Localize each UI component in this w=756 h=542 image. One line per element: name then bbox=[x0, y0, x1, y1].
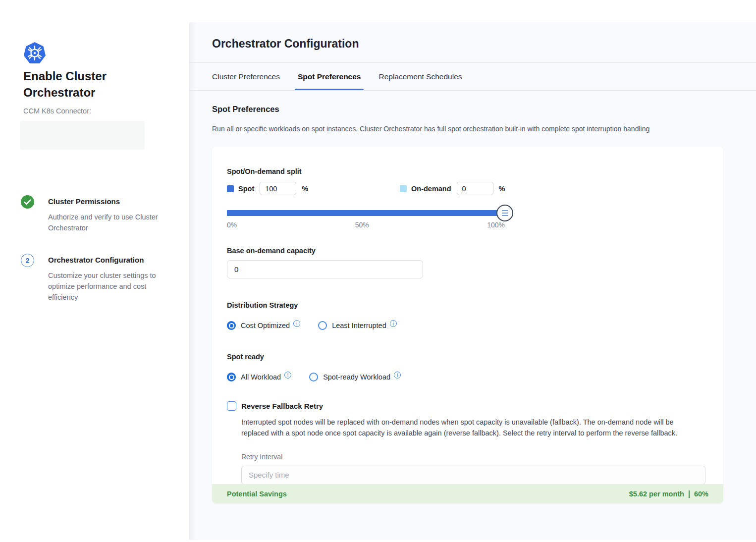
split-legend-row: Spot % On-demand % bbox=[227, 182, 708, 195]
tab-bar: Cluster Preferences Spot Preferences Rep… bbox=[189, 63, 756, 90]
spot-label: Spot bbox=[238, 185, 254, 193]
orchestrator-configuration-panel: Orchestrator Configuration Cluster Prefe… bbox=[189, 22, 756, 540]
percent-sign: % bbox=[499, 185, 505, 193]
potential-savings-value: $5.62 per month60% bbox=[629, 490, 708, 498]
section-title: Spot Preferences bbox=[212, 105, 756, 114]
radio-unselected-icon[interactable] bbox=[318, 321, 327, 330]
connector-label: CCM K8s Connector: bbox=[23, 107, 91, 115]
scale-0: 0% bbox=[227, 221, 237, 229]
spot-swatch-icon bbox=[227, 185, 234, 192]
slider-track[interactable] bbox=[227, 210, 505, 216]
reverse-fallback-row: Reverse Fallback Retry bbox=[227, 401, 708, 411]
base-capacity-input[interactable] bbox=[227, 260, 423, 278]
connector-value-chip bbox=[20, 121, 145, 150]
distribution-strategy-options: Cost Optimized i Least Interrupted i bbox=[227, 321, 708, 330]
spot-percent-input[interactable] bbox=[260, 182, 296, 195]
step-title: Cluster Permissions bbox=[48, 197, 120, 206]
radio-spot-ready-workload[interactable]: Spot-ready Workload i bbox=[309, 373, 401, 381]
radio-all-workload[interactable]: All Workload i bbox=[227, 373, 291, 381]
split-slider[interactable]: 0% 50% 100% bbox=[227, 210, 505, 229]
radio-unselected-icon[interactable] bbox=[309, 373, 318, 381]
potential-savings-label: Potential Savings bbox=[227, 490, 287, 498]
ondemand-swatch-icon bbox=[400, 185, 407, 192]
info-icon[interactable]: i bbox=[293, 320, 300, 327]
slider-handle-icon[interactable] bbox=[496, 205, 513, 221]
info-icon[interactable]: i bbox=[390, 320, 397, 327]
step-description: Customize your cluster settings to optim… bbox=[48, 271, 160, 303]
percent-sign: % bbox=[302, 185, 308, 193]
spot-ready-options: All Workload i Spot-ready Workload i bbox=[227, 373, 708, 381]
reverse-fallback-checkbox[interactable] bbox=[227, 401, 236, 411]
step-title: Orchestrator Configuration bbox=[48, 256, 144, 264]
slider-scale: 0% 50% 100% bbox=[227, 221, 505, 229]
spot-legend-group: Spot % bbox=[227, 182, 400, 195]
ondemand-legend-group: On-demand % bbox=[400, 182, 505, 195]
page-title: Orchestrator Configuration bbox=[189, 22, 756, 51]
reverse-fallback-label: Reverse Fallback Retry bbox=[241, 402, 323, 410]
tab-spot-preferences[interactable]: Spot Preferences bbox=[298, 63, 361, 90]
step-description: Authorize and verify to use Cluster Orch… bbox=[48, 212, 160, 234]
scale-100: 100% bbox=[487, 221, 505, 229]
step-number-badge: 2 bbox=[21, 254, 34, 267]
scale-50: 50% bbox=[355, 221, 369, 229]
retry-interval-input[interactable] bbox=[241, 466, 705, 485]
ondemand-label: On-demand bbox=[411, 185, 451, 193]
reverse-fallback-description: Interrupted spot nodes will be replaced … bbox=[241, 417, 700, 439]
base-capacity-label: Base on-demand capacity bbox=[227, 247, 708, 255]
info-icon[interactable]: i bbox=[394, 372, 401, 379]
wizard-sidebar: Enable Cluster Orchestrator CCM K8s Conn… bbox=[0, 0, 189, 542]
section-description: Run all or specific workloads on spot in… bbox=[212, 125, 756, 133]
info-icon[interactable]: i bbox=[284, 372, 291, 379]
savings-separator bbox=[689, 490, 690, 498]
ondemand-percent-input[interactable] bbox=[457, 182, 493, 195]
potential-savings-bar: Potential Savings $5.62 per month60% bbox=[212, 484, 723, 503]
kubernetes-icon bbox=[23, 42, 46, 64]
spot-preferences-content: Spot Preferences Run all or specific wor… bbox=[189, 91, 756, 503]
radio-least-interrupted[interactable]: Least Interrupted i bbox=[318, 321, 397, 330]
wizard-title: Enable Cluster Orchestrator bbox=[23, 68, 147, 101]
tab-replacement-schedules[interactable]: Replacement Schedules bbox=[378, 63, 462, 90]
spot-preferences-card: Spot/On-demand split Spot % On-demand % bbox=[212, 147, 723, 503]
split-label: Spot/On-demand split bbox=[227, 167, 708, 175]
spot-ready-label: Spot ready bbox=[227, 353, 708, 361]
retry-interval-label: Retry Interval bbox=[241, 453, 708, 461]
radio-cost-optimized[interactable]: Cost Optimized i bbox=[227, 321, 300, 330]
radio-selected-icon[interactable] bbox=[227, 321, 236, 330]
tab-cluster-preferences[interactable]: Cluster Preferences bbox=[212, 63, 280, 90]
distribution-strategy-label: Distribution Strategy bbox=[227, 301, 708, 309]
radio-selected-icon[interactable] bbox=[227, 373, 236, 381]
check-circle-icon bbox=[21, 195, 34, 209]
